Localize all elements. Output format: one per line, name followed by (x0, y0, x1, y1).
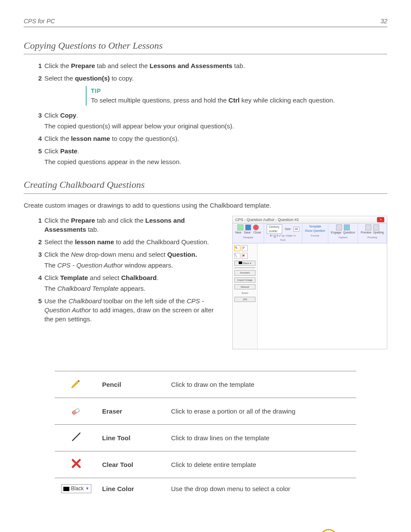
step-1: 1Click the Prepare tab and select the Le… (34, 61, 387, 70)
step-3: 3Click Copy.The copied question(s) will … (34, 111, 387, 131)
import-image-button[interactable]: Import Image (234, 277, 255, 283)
options-group-label: Options (339, 236, 348, 239)
answers-button[interactable]: Answers (234, 270, 255, 275)
step-text: Click Template and select Chalkboard. (44, 274, 159, 281)
table-row: Clear Tool Click to delete entire templa… (55, 451, 356, 478)
step-text: Click the lesson name to copy the questi… (44, 135, 179, 142)
step-2: 2Select the question(s) to copy. TIP To … (34, 74, 387, 106)
ribbon-proofing: PreviewSpelling Proofing (358, 224, 387, 243)
engage-icon[interactable] (336, 224, 342, 230)
color-swatch (63, 487, 69, 491)
step-2: 2Select the lesson name to add the Chalk… (34, 237, 224, 246)
tool-desc: Click to erase a portion or all of the d… (167, 398, 356, 424)
tool-desc: Click to delete entire template (167, 451, 356, 478)
close-label: Close (253, 230, 261, 235)
table-row: Line Tool Click to draw lines on the tem… (55, 424, 356, 451)
section-heading-chalkboard: Creating Chalkboard Questions (24, 178, 387, 194)
close-icon[interactable]: × (377, 217, 384, 222)
section-intro: Create custom images or drawings to add … (24, 201, 387, 210)
navigate-group-label: Navigate (243, 236, 253, 239)
format-group-label: Format (311, 234, 319, 237)
turning-logo: TURNING technologies (320, 529, 387, 532)
page-header: CPS for PC 32 (24, 17, 387, 27)
showq-label[interactable]: Show Question (305, 229, 325, 233)
step-5: 5Click Paste.The copied questions appear… (34, 146, 387, 166)
table-row: Black ▼ Line Color Use the drop down men… (55, 478, 356, 496)
tool-desc: Click to draw on the template (167, 371, 356, 398)
size-label: Size (285, 227, 291, 231)
step-text: Select the question(s) to copy. (44, 75, 134, 82)
step-text: Click the Prepare tab and click the Less… (44, 217, 185, 233)
color-text: Black (71, 485, 84, 492)
ribbon-options: EngageQuestion Options (328, 224, 358, 243)
tool-name: Line Color (98, 478, 167, 496)
doc-title: CPS for PC (24, 17, 55, 26)
tip-title: TIP (91, 87, 379, 96)
pencil-icon (70, 377, 82, 389)
line-tool-icon (70, 431, 82, 443)
size-value[interactable]: 28 (293, 227, 299, 232)
reload-button[interactable]: Reload (234, 284, 255, 289)
clear-tool-icon (70, 457, 82, 470)
svg-line-2 (72, 432, 81, 441)
step-text: Click the Prepare tab and select the Les… (44, 62, 245, 69)
step-sub: The copied question(s) will appear below… (44, 121, 387, 131)
tool-name: Eraser (98, 398, 167, 424)
tip-block: TIP To select multiple questions, press … (86, 86, 379, 106)
step-4: 4Click the lesson name to copy the quest… (34, 134, 387, 143)
spelling-icon[interactable] (373, 224, 379, 230)
ribbon-font: Century Gothic Size 28 B I U S x² x₂ • C… (264, 224, 302, 243)
step-5: 5Use the Chalkboard toolbar on the left … (34, 296, 224, 324)
line-color-dropdown[interactable]: Black ▼ (61, 484, 91, 493)
question-icon[interactable] (344, 224, 350, 230)
table-row: Eraser Click to erase a portion or all o… (55, 398, 356, 424)
question-author-screenshot: CPS - Question Author - Question #2 × Ne… (232, 216, 387, 349)
template-label[interactable]: Template (309, 224, 321, 229)
step-text: Click Copy. (44, 112, 78, 119)
eraser-icon (70, 404, 82, 416)
step-4: 4Click Template and select Chalkboard.Th… (34, 273, 224, 293)
font-group-label: Font (280, 238, 286, 242)
new-label: New (235, 230, 241, 235)
tool-desc: Use the drop down menu to select a color (167, 478, 356, 496)
chalkboard-toolbar: ✎ ✐ ╲ ✖ Black ▾ Answers Import Image Rel… (233, 243, 258, 349)
table-row: Pencil Click to draw on the template (55, 371, 356, 398)
zoom-value[interactable]: 100 (234, 297, 255, 302)
step-text: Use the Chalkboard toolbar on the left s… (44, 297, 214, 323)
line-tool-icon[interactable]: ╲ (234, 253, 240, 259)
font-name[interactable]: Century Gothic (267, 224, 282, 234)
step-text: Click the New drop-down menu and select … (44, 251, 197, 258)
window-title: CPS - Question Author - Question #2 (235, 217, 299, 223)
proofing-group-label: Proofing (367, 236, 377, 239)
ribbon-navigate: New Save Close Navigate (233, 224, 264, 243)
pencil-tool-icon[interactable]: ✎ (234, 245, 240, 251)
step-3: 3Click the New drop-down menu and select… (34, 250, 224, 270)
window-titlebar: CPS - Question Author - Question #2 × (233, 216, 387, 224)
new-icon[interactable] (237, 224, 243, 230)
color-label[interactable]: Color (286, 234, 293, 237)
steps-copying: 1Click the Prepare tab and select the Le… (24, 61, 387, 166)
eraser-tool-icon[interactable]: ✐ (242, 245, 248, 251)
clear-tool-icon[interactable]: ✖ (242, 253, 248, 259)
page-number: 32 (380, 17, 387, 26)
step-sub: The copied questions appear in the new l… (44, 157, 387, 166)
save-label: Save (244, 230, 251, 235)
tip-body: To select multiple questions, press and … (91, 96, 379, 105)
close-icon2[interactable] (253, 224, 259, 230)
step-text: Select the lesson name to add the Chalkb… (44, 238, 209, 246)
step-sub: The CPS - Question Author window appears… (44, 261, 224, 270)
logo-mark (320, 529, 337, 532)
step-sub: The Chalkboard Template appears. (44, 284, 224, 293)
zoom-label: Zoom (234, 291, 255, 295)
preview-icon[interactable] (365, 224, 371, 230)
ribbon-format: Template Show Question Format (302, 224, 328, 243)
tool-name: Line Tool (98, 424, 167, 451)
tool-desc: Click to draw lines on the template (167, 424, 356, 451)
step-1: 1Click the Prepare tab and click the Les… (34, 216, 224, 234)
chalkboard-tools-table: Pencil Click to draw on the template Era… (55, 371, 356, 496)
steps-chalkboard: 1Click the Prepare tab and click the Les… (24, 216, 224, 327)
save-icon[interactable] (245, 224, 251, 230)
chalkboard-canvas[interactable] (258, 243, 387, 349)
tool-name: Pencil (98, 371, 167, 398)
color-dropdown[interactable]: Black ▾ (234, 261, 255, 266)
